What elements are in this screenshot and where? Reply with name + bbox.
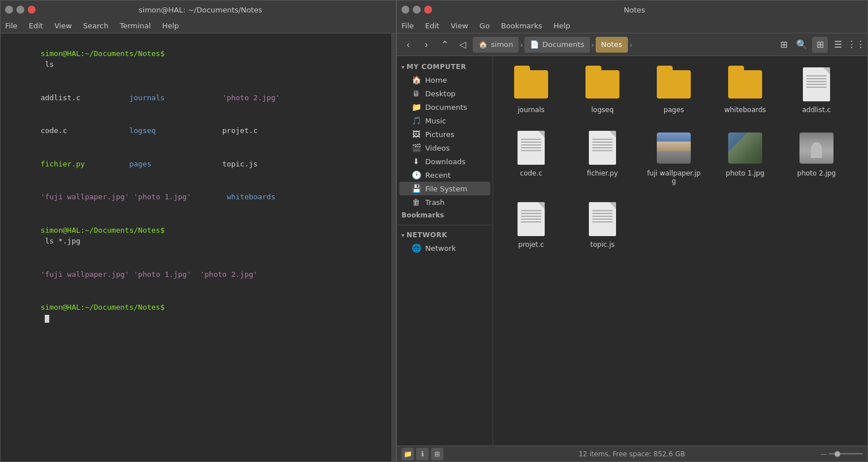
fm-new-folder-btn[interactable]: 📁 [401,448,414,460]
fm-minimize-button[interactable] [401,6,409,14]
terminal-col-13: 'fuji wallpaper.jpg' [41,270,134,279]
terminal-menu-terminal[interactable]: Terminal [117,20,153,31]
fm-back-button[interactable]: ‹ [400,37,416,53]
terminal-close-button[interactable] [28,6,36,14]
sidebar-item-desktop[interactable]: 🖥 Desktop [399,87,490,100]
terminal-line-2: simon@HAL:~/Documents/Notes$ ls *.jpg [5,213,387,258]
fm-label-projet: projet.c [518,241,544,249]
doc-line [592,139,613,140]
fm-maximize-button[interactable] [413,6,421,14]
fm-statusbar-text: 12 items, Free space: 852,6 GB [579,450,685,458]
fm-menu-edit[interactable]: Edit [423,20,442,31]
terminal-col-15: 'photo 2.jpg' [200,270,258,279]
fm-terminal-btn[interactable]: ⊞ [431,448,443,460]
fm-compact-btn[interactable]: ⋮⋮ [848,37,864,53]
terminal-menu-edit[interactable]: Edit [27,20,45,31]
doc-line [592,219,613,220]
sidebar-item-documents[interactable]: 📁 Documents [399,100,490,114]
fm-menu-go[interactable]: Go [477,20,492,31]
filemanager-window: Notes File Edit View Go Bookmarks Help ‹… [396,0,868,462]
fm-item-photo2[interactable]: photo 2.jpg [785,126,848,189]
videos-icon: 🎬 [412,143,421,152]
photo-icon [657,132,691,164]
terminal-col-7: fichier.py [41,160,130,168]
doc-line [806,84,827,85]
doc-line [592,144,613,146]
fm-item-projet[interactable]: projet.c [500,198,562,252]
fm-title: Notes [432,6,837,14]
fm-item-logseq[interactable]: logseq [571,63,634,117]
terminal-menu-view[interactable]: View [52,20,74,31]
fm-label-fuji: fuji wallpaper.jpg [646,169,702,185]
fm-breadcrumb: 🏠 simon › 📄 Documents › Notes › [473,37,773,53]
doc-icon [589,202,616,236]
terminal-maximize-button[interactable] [16,6,24,14]
terminal-scrollbar[interactable] [391,33,396,461]
fm-content[interactable]: journals logseq pages [493,56,867,446]
sidebar-item-downloads[interactable]: ⬇ Downloads [399,155,490,168]
breadcrumb-notes[interactable]: Notes [596,37,628,53]
fm-zoom-slider[interactable]: — [820,450,863,457]
sidebar-item-home[interactable]: 🏠 Home [399,73,490,87]
fm-item-fichier[interactable]: fichier.py [571,126,634,189]
fm-toolbar: ‹ › ⌃ ◁ 🏠 simon › 📄 Documents › Notes › … [397,33,867,56]
fm-item-photo1[interactable]: photo 1.jpg [714,126,776,189]
fm-compact-view-btn[interactable]: ⊞ [776,37,792,53]
doc-line [521,216,541,217]
fm-menu-bookmarks[interactable]: Bookmarks [499,20,545,31]
network-icon: 🌐 [412,243,421,253]
slider-handle[interactable] [835,451,840,457]
sidebar-item-videos-label: Videos [425,144,450,152]
fm-icon-projet [513,201,549,237]
fm-menu-help[interactable]: Help [551,20,572,31]
sidebar-item-filesystem[interactable]: 💾 File System [399,182,490,195]
fm-item-topic[interactable]: topic.js [571,198,634,252]
fm-menu-view[interactable]: View [448,20,471,31]
terminal-cursor [45,315,49,323]
fm-statusbar-buttons: 📁 ℹ ⊞ [401,448,443,460]
terminal-minimize-button[interactable] [5,6,13,14]
fm-forward-button[interactable]: › [418,37,434,53]
terminal-menu-file[interactable]: File [3,20,20,31]
terminal-menubar: File Edit View Search Terminal Help [1,19,396,33]
sidebar-item-trash[interactable]: 🗑 Trash [399,195,490,209]
sidebar-item-videos[interactable]: 🎬 Videos [399,141,490,155]
sidebar-item-network[interactable]: 🌐 Network [399,241,490,255]
fm-up-button[interactable]: ⌃ [437,37,452,53]
fm-menu-file[interactable]: File [399,20,416,31]
fm-item-journals[interactable]: journals [500,63,562,117]
fm-item-code[interactable]: code.c [500,126,562,189]
fm-item-whiteboards[interactable]: whiteboards [714,63,776,117]
terminal-body[interactable]: simon@HAL:~/Documents/Notes$ ls addlist.… [1,33,391,461]
fm-grid-view-btn[interactable]: ⊞ [812,37,828,53]
filesystem-icon: 💾 [412,184,421,193]
fm-properties-btn[interactable]: ℹ [416,448,429,460]
sidebar-network-header[interactable]: ▾ Network [397,229,493,241]
fm-item-pages[interactable]: pages [643,63,705,117]
terminal-col-11: 'photo 1.jpg' [134,192,226,201]
fm-icon-topic [584,201,621,237]
doc-line [806,78,827,79]
doc-line [521,142,541,143]
fm-item-addlist[interactable]: addlist.c [785,63,848,117]
fm-item-fuji[interactable]: fuji wallpaper.jpg [643,126,705,189]
fm-toggle-sidebar-button[interactable]: ◁ [455,37,471,53]
terminal-menu-help[interactable]: Help [160,20,181,31]
breadcrumb-simon[interactable]: 🏠 simon [473,37,519,53]
doc-lines [806,75,827,89]
doc-icon [518,202,545,236]
slider-track[interactable] [829,453,863,455]
breadcrumb-documents[interactable]: 📄 Documents [524,37,590,53]
sidebar-item-recent[interactable]: 🕐 Recent [399,168,490,182]
fm-close-button[interactable] [424,6,432,14]
sidebar-item-pictures[interactable]: 🖼 Pictures [399,127,490,141]
sidebar-item-music[interactable]: 🎵 Music [399,114,490,127]
sidebar-mycomputer-header[interactable]: ▾ My Computer [397,61,493,73]
fm-list-view-btn[interactable]: ☰ [830,37,846,53]
terminal-col-6: projet.c [223,126,258,135]
terminal-menu-search[interactable]: Search [81,20,111,31]
sidebar-item-home-label: Home [425,76,447,84]
slider-minus: — [820,450,827,457]
doc-line [521,150,541,151]
fm-search-btn[interactable]: 🔍 [794,37,810,53]
